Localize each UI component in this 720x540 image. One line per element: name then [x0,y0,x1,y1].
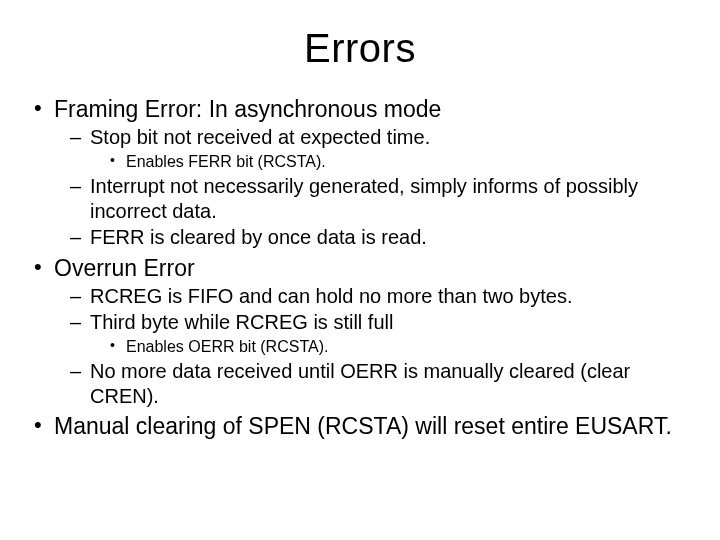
bullet-l1: Overrun Error RCREG is FIFO and can hold… [28,254,692,409]
bullet-text: Enables FERR bit (RCSTA). [126,153,326,170]
bullet-text: FERR is cleared by once data is read. [90,226,427,248]
bullet-l2: RCREG is FIFO and can hold no more than … [66,284,692,308]
bullet-text: Third byte while RCREG is still full [90,311,393,333]
bullet-text: Enables OERR bit (RCSTA). [126,338,328,355]
bullet-l3: Enables OERR bit (RCSTA). [106,337,692,357]
bullet-l2: Stop bit not received at expected time. … [66,125,692,172]
bullet-text: RCREG is FIFO and can hold no more than … [90,285,572,307]
bullet-l2: No more data received until OERR is manu… [66,359,692,408]
bullet-list-l2: RCREG is FIFO and can hold no more than … [66,284,692,409]
bullet-text: Framing Error: In asynchronous mode [54,96,441,122]
slide-title: Errors [28,26,692,71]
bullet-text: Manual clearing of SPEN (RCSTA) will res… [54,413,672,439]
bullet-l2: Interrupt not necessarily generated, sim… [66,174,692,223]
bullet-l2: FERR is cleared by once data is read. [66,225,692,249]
bullet-list-l2: Stop bit not received at expected time. … [66,125,692,250]
bullet-text: No more data received until OERR is manu… [90,360,630,406]
bullet-list-l3: Enables OERR bit (RCSTA). [106,337,692,357]
slide: Errors Framing Error: In asynchronous mo… [0,0,720,540]
bullet-list: Framing Error: In asynchronous mode Stop… [28,95,692,440]
bullet-text: Interrupt not necessarily generated, sim… [90,175,638,221]
bullet-l2: Third byte while RCREG is still full Ena… [66,310,692,357]
bullet-l1: Framing Error: In asynchronous mode Stop… [28,95,692,250]
bullet-text: Overrun Error [54,255,195,281]
bullet-l1: Manual clearing of SPEN (RCSTA) will res… [28,412,692,440]
bullet-l3: Enables FERR bit (RCSTA). [106,152,692,172]
bullet-text: Stop bit not received at expected time. [90,126,430,148]
bullet-list-l3: Enables FERR bit (RCSTA). [106,152,692,172]
